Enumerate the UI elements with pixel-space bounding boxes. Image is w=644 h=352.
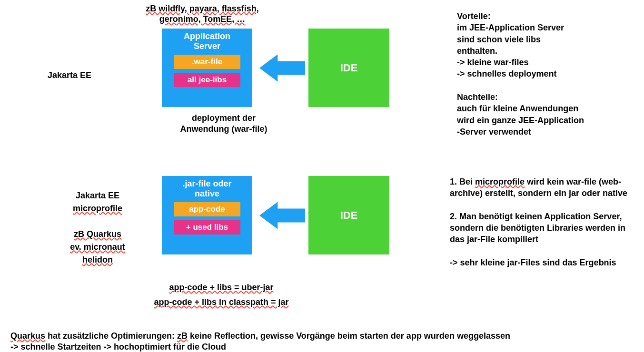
jar-file-title: .jar-file oder native	[162, 179, 252, 198]
war-file-pill: .war-file	[174, 55, 240, 69]
arrow-left-icon	[259, 201, 305, 230]
footer-note: Quarkus hat zusätzliche Optimierungen: z…	[10, 331, 620, 352]
ide-label: IDE	[340, 62, 358, 74]
app-code-pill: app-code	[174, 202, 240, 216]
svg-marker-0	[259, 54, 305, 82]
arrow-left-icon	[259, 54, 305, 82]
advantages-block: Vorteile: im JEE-Application Server sind…	[457, 10, 624, 137]
examples-line1: zB wildfly, payara, flassfish,	[146, 4, 259, 13]
ide-box-2: IDE	[308, 176, 389, 254]
used-libs-pill: + used libs	[174, 220, 240, 235]
mp-point-2: 2. Man benötigt keinen Application Serve…	[450, 211, 631, 245]
ide-box-1: IDE	[308, 29, 389, 107]
uber-jar-caption: app-code + libs = uber-jar	[136, 283, 307, 293]
jee-libs-pill: all jee-libs	[174, 73, 240, 87]
microprofile-block: 1. Bei microprofile wird kein war-file (…	[450, 176, 631, 268]
row2-label: Jakarta EE microprofile zB Quarkus ev. m…	[48, 189, 148, 266]
jar-file-box: .jar-file oder native app-code + used li…	[162, 176, 252, 254]
app-server-title: Application Server	[162, 31, 252, 51]
row1-label: Jakarta EE	[48, 70, 91, 80]
deployment-caption: deployment der Anwendung (war-file)	[162, 113, 286, 135]
svg-marker-1	[259, 202, 305, 229]
row2-l4: ev. micronaut	[70, 242, 125, 252]
jar-classpath-caption: app-code + libs in classpath = jar	[136, 297, 307, 307]
mp-point-3: -> sehr kleine jar-Files sind das Ergebn…	[450, 257, 631, 268]
row2-l3: zB Quarkus	[74, 229, 121, 239]
examples-line2: geronimo, TomEE, …	[159, 14, 246, 24]
mp-point-1: 1. Bei microprofile wird kein war-file (…	[450, 176, 631, 199]
ide-label: IDE	[340, 209, 358, 222]
examples-caption: zB wildfly, payara, flassfish, geronimo,…	[133, 4, 271, 24]
app-server-box: Application Server .war-file all jee-lib…	[162, 29, 252, 107]
